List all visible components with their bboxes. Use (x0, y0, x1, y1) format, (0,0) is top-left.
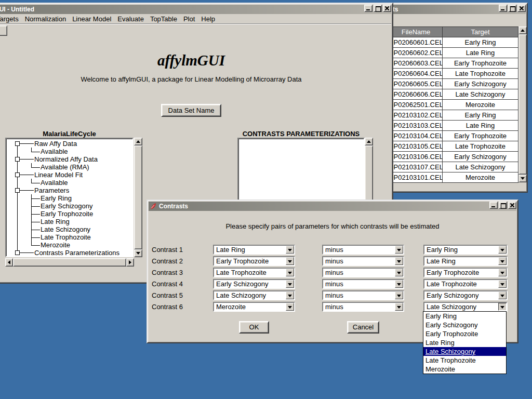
contrast-left-select[interactable]: Late Schizogony (213, 290, 295, 300)
main-titlebar[interactable]: affylmGUI - Untitled (0, 5, 391, 14)
targets-scrollbar[interactable] (518, 26, 527, 182)
chevron-down-icon[interactable] (286, 280, 294, 288)
chevron-down-icon[interactable] (395, 303, 403, 311)
tree-node-box-icon[interactable] (15, 250, 20, 255)
dropdown-item[interactable]: Late Trophozoite (423, 356, 506, 365)
menu-item[interactable]: Plot (180, 14, 198, 24)
table-row[interactable]: DP02103107.CEL Late Schizogony (390, 162, 518, 172)
chevron-down-icon[interactable] (498, 257, 507, 265)
table-row[interactable]: DP02060601.CEL Early Ring (390, 37, 518, 48)
table-row[interactable]: DP02060602.CEL Late Ring (390, 48, 518, 58)
tree-item[interactable]: Early Ring (6, 194, 132, 202)
table-row[interactable]: DP02060603.CEL Early Trophozoite (390, 58, 518, 69)
contrast-right-select[interactable]: Early Ring (423, 245, 508, 255)
tree-node-box-icon[interactable] (15, 188, 20, 193)
maximize-button[interactable] (499, 202, 507, 209)
contrast-op-select[interactable]: minus (322, 268, 404, 277)
chevron-down-icon[interactable] (395, 280, 403, 288)
chevron-down-icon[interactable] (286, 257, 294, 265)
chevron-down-icon[interactable] (498, 280, 507, 288)
tree-item[interactable]: Available (6, 148, 132, 155)
contrast-left-select[interactable]: Early Schizogony (213, 279, 295, 289)
menu-item[interactable]: Normalization (22, 14, 69, 24)
toolbar-button[interactable] (0, 25, 7, 36)
tree-item[interactable]: Early Schizogony (6, 202, 132, 210)
menu-item[interactable]: Help (198, 14, 218, 24)
table-row[interactable]: DP02060604.CEL Late Trophozoite (390, 69, 518, 79)
chevron-down-icon[interactable] (286, 269, 294, 276)
contrast-left-select[interactable]: Late Ring (213, 245, 295, 255)
dropdown-item[interactable]: Early Ring (423, 312, 506, 321)
table-row[interactable]: DP02103102.CEL Early Ring (390, 110, 518, 121)
scroll-up-icon[interactable] (134, 138, 142, 145)
dropdown-item[interactable]: Late Ring (423, 338, 506, 347)
chevron-down-icon[interactable] (286, 246, 294, 254)
dropdown-item[interactable]: Merozoite (423, 365, 506, 374)
close-icon[interactable] (508, 202, 516, 209)
dropdown-item[interactable]: Late Schizogony (423, 347, 506, 356)
tree-item[interactable]: Available (6, 179, 132, 187)
minimize-button[interactable] (499, 5, 507, 12)
menu-item[interactable]: TopTable (147, 14, 180, 24)
tree-item[interactable]: Merozoite (6, 241, 132, 249)
table-row[interactable]: DP02103103.CEL Late Ring (390, 121, 518, 131)
dataset-name-button[interactable]: Data Set Name (161, 104, 222, 117)
menu-item[interactable]: Linear Model (69, 14, 114, 24)
chevron-down-icon[interactable] (498, 291, 507, 299)
contrast-op-select[interactable]: minus (322, 302, 404, 312)
chevron-down-icon[interactable] (286, 303, 294, 311)
contrast-right-select[interactable]: Late Ring (423, 256, 508, 266)
menu-item[interactable]: Targets (0, 14, 22, 24)
tree-item[interactable]: Linear Model Fit (6, 171, 132, 179)
scroll-thumb[interactable] (13, 258, 126, 267)
tree-node-box-icon[interactable] (15, 141, 20, 146)
scroll-thumb[interactable] (134, 145, 142, 249)
scroll-left-icon[interactable] (5, 258, 13, 267)
contrast-right-select[interactable]: Late Schizogony (423, 302, 508, 312)
table-row[interactable]: DP02060606.CEL Late Schizogony (390, 89, 518, 100)
table-row[interactable]: DP02060605.CEL Early Schizogony (390, 79, 518, 89)
tree-item[interactable]: Late Trophozoite (6, 233, 132, 241)
scroll-down-icon[interactable] (518, 175, 527, 182)
tree-item[interactable]: Contrasts Parameterizations (6, 249, 132, 257)
chevron-down-icon[interactable] (498, 246, 507, 254)
tree-item[interactable]: Normalized Affy Data (6, 155, 132, 163)
scroll-right-icon[interactable] (126, 258, 134, 267)
contrast-left-select[interactable]: Early Trophozoite (213, 256, 295, 266)
chevron-down-icon[interactable] (395, 269, 403, 276)
scroll-down-icon[interactable] (134, 249, 142, 257)
contrast-op-select[interactable]: minus (322, 290, 404, 300)
table-row[interactable]: DP02103106.CEL Early Schizogony (390, 152, 518, 162)
chevron-down-icon[interactable] (286, 291, 294, 299)
chevron-down-icon[interactable] (498, 269, 507, 276)
table-row[interactable]: DP02062501.CEL Merozoite (390, 100, 518, 110)
contrast-left-select[interactable]: Late Trophozoite (213, 268, 295, 277)
scroll-up-icon[interactable] (365, 138, 373, 145)
chevron-down-icon[interactable] (395, 291, 403, 299)
cancel-button[interactable]: Cancel (347, 321, 379, 334)
menu-item[interactable]: Evaluate (114, 14, 147, 24)
contrast-right-select[interactable]: Late Trophozoite (423, 279, 508, 289)
chevron-down-icon[interactable] (395, 257, 403, 265)
minimize-button[interactable] (489, 202, 498, 209)
dropdown-item[interactable]: Early Trophozoite (423, 329, 506, 338)
tree-node-box-icon[interactable] (15, 157, 20, 162)
contrast-right-select[interactable]: Early Schizogony (423, 290, 508, 300)
chevron-down-icon[interactable] (395, 246, 403, 254)
contrast-op-select[interactable]: minus (322, 279, 404, 289)
maximize-button[interactable] (508, 5, 516, 12)
tree-item[interactable]: Parameters (6, 187, 132, 194)
close-icon[interactable] (517, 5, 526, 12)
contrast-op-select[interactable]: minus (322, 256, 404, 266)
dropdown-item[interactable]: Early Schizogony (423, 321, 506, 329)
chevron-down-icon[interactable] (498, 303, 507, 311)
minimize-button[interactable] (364, 5, 373, 12)
tree-scrollbar-horizontal[interactable] (5, 258, 134, 267)
tree-node-box-icon[interactable] (15, 172, 20, 177)
scroll-thumb[interactable] (518, 34, 527, 175)
dialog-titlebar[interactable]: Contrasts (149, 202, 516, 211)
close-icon[interactable] (383, 5, 391, 12)
ok-button[interactable]: OK (239, 321, 269, 334)
table-row[interactable]: DP02103101.CEL Merozoite (390, 172, 518, 183)
table-row[interactable]: DP02103104.CEL Early Trophozoite (390, 131, 518, 141)
